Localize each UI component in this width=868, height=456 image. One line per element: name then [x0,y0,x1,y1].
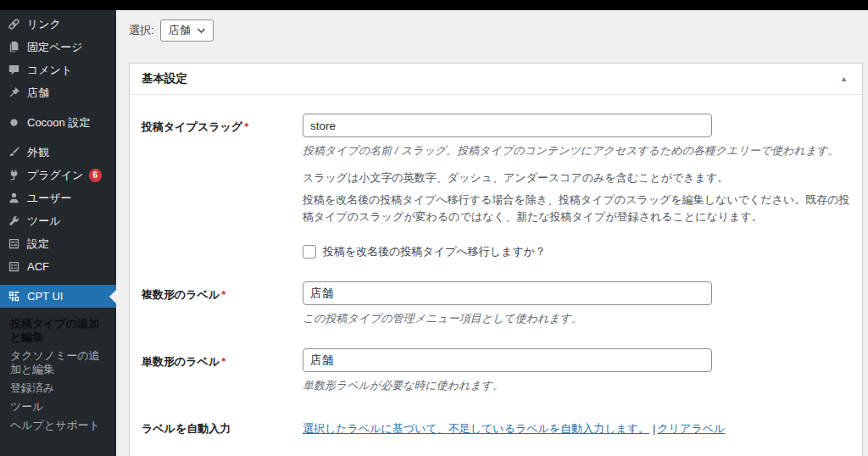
migrate-posts-checkbox[interactable] [303,245,316,259]
slug-note-2: 投稿を改名後の投稿タイプへ移行する場合を除き、投稿タイプのスラッグを編集しないで… [303,192,850,225]
autofill-labels-row: ラベルを自動入力 選択したラベルに基づいて、不足しているラベルを自動入力します。… [142,415,850,437]
sidebar-item-tools[interactable]: ツール [0,209,116,232]
sidebar-item-pages[interactable]: 固定ページ [0,36,116,58]
singular-label: 単数形のラベル* [142,348,303,393]
sidebar-item-links[interactable]: リンク [0,13,116,36]
sidebar-item-comments[interactable]: コメント [0,58,116,81]
sidebar-item-label: プラグイン [27,168,84,182]
settings-icon [7,237,20,251]
post-type-select-row: 選択: 店舗 [129,19,863,42]
cptui-icon [7,290,20,303]
panel-title: 基本設定 [142,71,187,86]
basic-settings-panel: 基本設定 ▲ 投稿タイプスラッグ* 投稿タイプの名前 / スラッグ。投稿タイプの… [129,63,863,456]
chevron-down-icon [197,27,206,34]
sidebar-item-label: 店舗 [27,86,49,100]
selected-post-type: 店舗 [169,23,191,38]
current-menu-arrow [109,290,116,303]
sidebar-item-plugins[interactable]: プラグイン6 [0,164,116,186]
cptui-submenu: 投稿タイプの追加と編集タクソノミーの追加と編集登録済みツールヘルプとサポート [0,308,116,435]
slug-field-row: 投稿タイプスラッグ* 投稿タイプの名前 / スラッグ。投稿タイプのコンテンツにア… [142,114,850,259]
slug-input[interactable] [303,114,712,137]
acf-icon [7,260,20,274]
sidebar-item-appearance[interactable]: 外観 [0,141,116,164]
sidebar-item-label: 固定ページ [27,40,83,54]
slug-label: 投稿タイプスラッグ* [142,114,303,259]
sidebar-item-label: 設定 [27,236,49,251]
slug-note-1: スラッグは小文字の英数字、ダッシュ、アンダースコアのみを含むことができます。 [303,170,850,186]
link-separator: | [653,422,655,435]
sidebar-item-users[interactable]: ユーザー [0,186,116,209]
submenu-item-cptui-add-edit-taxonomies[interactable]: タクソノミーの追加と編集 [0,347,116,379]
sidebar-item-label: 外観 [27,145,49,159]
sidebar-item-store[interactable]: 店舗 [0,81,116,104]
admin-topbar [0,0,868,10]
submenu-item-cptui-add-edit-post-types[interactable]: 投稿タイプの追加と編集 [0,314,116,347]
menu-separator [0,278,116,285]
pages-icon [7,41,20,54]
sidebar-item-label: コメント [27,63,72,77]
migrate-posts-checkbox-row: 投稿を改名後の投稿タイプへ移行しますか？ [303,244,850,259]
wrench-icon [7,214,20,228]
panel-collapse-toggle[interactable]: ▲ [837,73,850,86]
circle-icon [7,116,20,130]
sidebar-item-label: ツール [27,214,61,228]
required-asterisk: * [221,355,225,368]
required-asterisk: * [244,120,248,133]
panel-body: 投稿タイプスラッグ* 投稿タイプの名前 / スラッグ。投稿タイプのコンテンツにア… [130,95,862,456]
menu-separator [0,134,116,141]
submenu-item-cptui-registered[interactable]: 登録済み [0,379,116,398]
plural-label: 複数形のラベル* [142,281,303,326]
menu-separator [0,104,116,111]
admin-sidebar: リンク固定ページコメント店舗Cocoon 設定外観プラグイン6ユーザーツール設定… [0,10,116,456]
sidebar-item-acf[interactable]: ACF [0,255,116,278]
sidebar-menu: リンク固定ページコメント店舗Cocoon 設定外観プラグイン6ユーザーツール設定… [0,13,116,308]
sidebar-item-cocoon-settings[interactable]: Cocoon 設定 [0,111,116,134]
autofill-label: ラベルを自動入力 [142,415,303,437]
submenu-item-cptui-help[interactable]: ヘルプとサポート [0,416,116,435]
sidebar-item-settings[interactable]: 設定 [0,232,116,255]
panel-header: 基本設定 ▲ [130,64,862,95]
plug-icon [7,169,20,182]
comment-icon [7,64,20,77]
slug-description: 投稿タイプの名前 / スラッグ。投稿タイプのコンテンツにアクセスするための各種ク… [303,143,850,158]
submenu-item-cptui-tools[interactable]: ツール [0,398,116,416]
sidebar-item-label: CPT UI [27,289,63,303]
sidebar-item-cptui[interactable]: CPT UI [0,285,116,308]
singular-label-input[interactable] [303,348,712,372]
singular-label-description: 単数形ラベルが必要な時に使われます。 [303,378,850,393]
main-content: 選択: 店舗 基本設定 ▲ 投稿タイプスラッグ* 投稿タイプの名前 / スラッグ… [116,10,868,456]
singular-label-field-row: 単数形のラベル* 単数形ラベルが必要な時に使われます。 [142,348,850,393]
migrate-posts-checkbox-label: 投稿を改名後の投稿タイプへ移行しますか？ [323,244,546,259]
user-icon [7,192,20,205]
autofill-labels-link[interactable]: 選択したラベルに基づいて、不足しているラベルを自動入力します。 [303,422,649,435]
pushpin-icon [7,86,20,100]
plural-label-input[interactable] [303,281,712,305]
sidebar-item-label: Cocoon 設定 [27,115,90,130]
update-count-badge: 6 [89,169,103,182]
plural-label-field-row: 複数形のラベル* この投稿タイプの管理メニュー項目として使われます。 [142,281,850,326]
required-asterisk: * [221,288,225,301]
clear-labels-link[interactable]: クリアラベル [657,422,725,435]
post-type-select[interactable]: 店舗 [160,19,214,42]
select-label: 選択: [129,23,154,38]
sidebar-item-label: ACF [27,259,49,274]
sidebar-item-label: ユーザー [27,191,72,205]
sidebar-item-label: リンク [27,17,61,31]
link-icon [7,18,20,31]
brush-icon [7,146,20,159]
plural-label-description: この投稿タイプの管理メニュー項目として使われます。 [303,311,850,326]
